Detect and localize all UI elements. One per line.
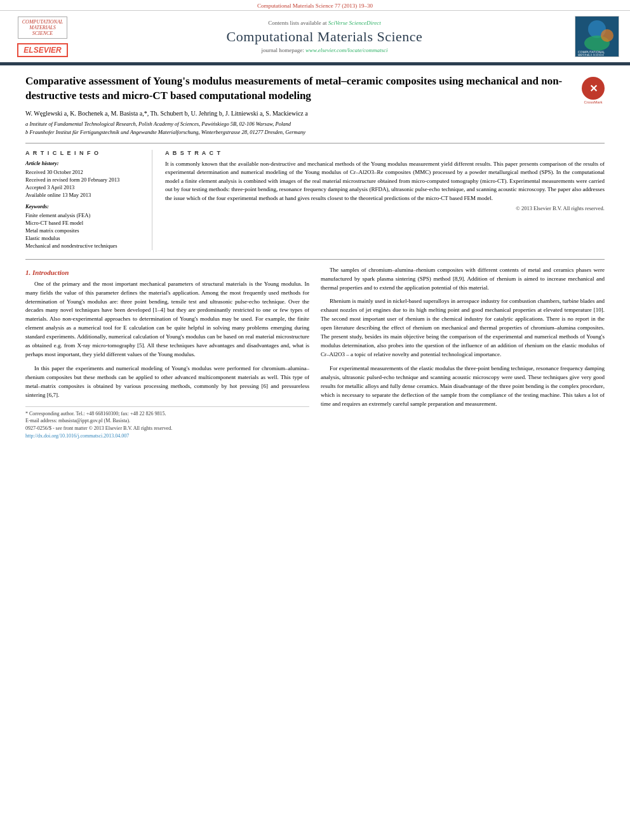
article-title: Comparative assessment of Young's modulu… [25, 74, 575, 103]
journal-header-center: Contents lists available at SciVerse Sci… [84, 20, 565, 53]
abstract-text: It is commonly known that the available … [165, 160, 605, 203]
intro-para5: For experimental measurements of the ela… [321, 364, 605, 409]
crossmark-badge: ✕ CrossMark [582, 77, 605, 100]
intro-para2: In this paper the experiments and numeri… [25, 364, 309, 400]
journal-homepage: journal homepage: www.elsevier.com/locat… [84, 47, 565, 53]
crossmark-icon: ✕ [582, 77, 605, 100]
keyword-4: Mechanical and nondestructive techniques [25, 243, 143, 249]
intro-para4-text: Rhenium is mainly used in nickel-based s… [321, 298, 605, 357]
article-info-section: A R T I C L E I N F O Article history: R… [25, 150, 605, 250]
keyword-3: Elastic modulus [25, 235, 143, 241]
intro-para3-text: The samples of chromium–alumina–rhenium … [321, 267, 605, 291]
footnote-corresponding: * Corresponding author. Tel.: +48 668160… [25, 410, 309, 418]
main-left-column: 1. Introduction One of the primary and t… [25, 266, 309, 440]
copyright-line: © 2013 Elsevier B.V. All rights reserved… [165, 205, 605, 211]
journal-title: Computational Materials Science [84, 29, 565, 45]
keywords-label: Keywords: [25, 203, 143, 210]
contents-available-line: Contents lists available at SciVerse Sci… [84, 20, 565, 26]
footnote-section: * Corresponding author. Tel.: +48 668160… [25, 406, 309, 439]
abstract-section: A B S T R A C T It is commonly known tha… [165, 150, 605, 250]
authors-text: W. Węglewski a, K. Bochenek a, M. Basist… [25, 110, 308, 117]
authors-line: W. Węglewski a, K. Bochenek a, M. Basist… [25, 109, 605, 118]
journal-citation-bar: Computational Materials Science 77 (2013… [0, 0, 630, 11]
crossmark-label: CrossMark [582, 100, 605, 104]
intro-para1-text: One of the primary and the most importan… [25, 281, 309, 358]
intro-para1: One of the primary and the most importan… [25, 280, 309, 359]
footnote-issn: 0927-0256/$ - see front matter © 2013 El… [25, 425, 309, 432]
footnote-doi: http://dx.doi.org/10.1016/j.commatsci.20… [25, 432, 309, 440]
journal-thumb-area: COMPUTATIONAL MATERIALS SCIENCE [572, 16, 622, 57]
footnote-issn-text: 0927-0256/$ - see front matter © 2013 El… [25, 425, 172, 431]
affiliation-a: a Institute of Fundamental Technological… [25, 121, 605, 128]
keyword-2: Metal matrix composites [25, 227, 143, 234]
article-info-left: A R T I C L E I N F O Article history: R… [25, 150, 152, 250]
svg-point-3 [601, 29, 613, 42]
elsevier-logo: ELSEVIER [17, 43, 67, 57]
homepage-url[interactable]: www.elsevier.com/locate/commatsci [305, 47, 387, 53]
svg-text:MATERIALS SCIENCE: MATERIALS SCIENCE [578, 53, 605, 57]
keyword-0: Finite element analysis (FEA) [25, 212, 143, 218]
footnote-doi-link[interactable]: http://dx.doi.org/10.1016/j.commatsci.20… [25, 433, 129, 439]
main-right-column: The samples of chromium–alumina–rhenium … [321, 266, 605, 440]
history-item-0: Received 30 October 2012 [25, 169, 143, 175]
history-item-2: Accepted 3 April 2013 [25, 184, 143, 190]
main-content: 1. Introduction One of the primary and t… [25, 266, 605, 440]
elsevier-text: ELSEVIER [23, 46, 61, 55]
article-body: Comparative assessment of Young's modulu… [0, 65, 630, 448]
publisher-logo-area: COMPUTATIONALMATERIALSSCIENCE ELSEVIER [8, 17, 77, 57]
affiliation-b: b Fraunhofer Institut für Fertigungstech… [25, 129, 605, 137]
journal-logo-box: COMPUTATIONALMATERIALSSCIENCE [18, 17, 67, 39]
sciverse-link[interactable]: SciVerse ScienceDirect [328, 20, 381, 26]
content-divider [25, 259, 605, 260]
abstract-heading: A B S T R A C T [165, 150, 605, 156]
contents-text: Contents lists available at [268, 20, 326, 26]
section1-title: 1. Introduction [25, 269, 309, 276]
history-item-1: Received in revised form 20 February 201… [25, 177, 143, 183]
footnote-email: E-mail address: mbasista@ippt.gov.pl (M.… [25, 417, 309, 425]
footnote-email-text: E-mail address: mbasista@ippt.gov.pl (M.… [25, 418, 130, 423]
journal-thumbnail: COMPUTATIONAL MATERIALS SCIENCE [575, 16, 619, 57]
history-label: Article history: [25, 160, 143, 166]
info-divider [25, 143, 605, 143]
journal-citation-text: Computational Materials Science 77 (2013… [257, 3, 373, 9]
intro-para4: Rhenium is mainly used in nickel-based s… [321, 297, 605, 359]
intro-para2-text: In this paper the experiments and numeri… [25, 365, 309, 398]
journal-header: COMPUTATIONALMATERIALSSCIENCE ELSEVIER C… [0, 11, 630, 63]
article-title-section: Comparative assessment of Young's modulu… [25, 74, 605, 103]
intro-para5-text: For experimental measurements of the ela… [321, 365, 605, 407]
history-item-3: Available online 13 May 2013 [25, 192, 143, 198]
article-info-heading: A R T I C L E I N F O [25, 150, 143, 156]
intro-para3: The samples of chromium–alumina–rhenium … [321, 266, 605, 293]
keyword-1: Micro-CT based FE model [25, 220, 143, 226]
